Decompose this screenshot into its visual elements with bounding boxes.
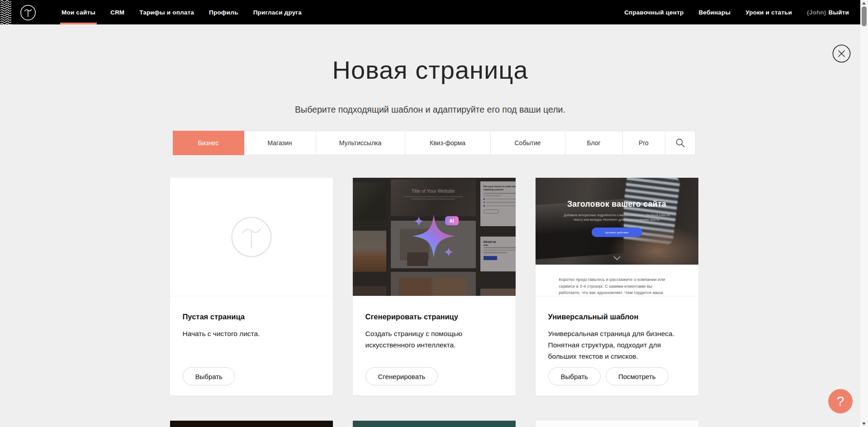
scrollbar-down-arrow-icon[interactable] (862, 422, 866, 425)
template-category-tabs: Бизнес Магазин Мультиссылка Квиз-форма С… (0, 131, 868, 155)
card-body: Пустая страница Начать с чистого листа. … (170, 296, 333, 395)
close-icon (832, 44, 851, 63)
tab-label: Квиз-форма (430, 139, 465, 147)
card-title: Пустая страница (183, 313, 320, 321)
navbar-main-menu: Мои сайты CRM Тарифы и оплата Профиль Пр… (62, 0, 302, 24)
template-cards-row-2 (170, 421, 698, 427)
nav-item-label: Профиль (209, 9, 238, 16)
page-title: Новая страница (0, 55, 860, 85)
template-card[interactable] (536, 421, 698, 427)
nav-item-webinars[interactable]: Вебинары (698, 0, 730, 24)
template-card-blank-page[interactable]: Пустая страница Начать с чистого листа. … (170, 178, 333, 395)
template-card-ai-generate[interactable]: Title of Your Website Get your house in … (353, 178, 516, 395)
ai-collage: Title of Your Website Get your house in … (353, 178, 516, 296)
template-hero-title: Заголовок вашего сайта (536, 199, 698, 209)
tab-label: Мультиссылка (339, 139, 382, 147)
tab-label: Событие (515, 139, 541, 147)
ai-collage-preview: Title of Your Website Get your house in … (353, 178, 516, 296)
search-icon (675, 138, 685, 148)
nav-item-label: CRM (110, 9, 124, 16)
ai-sparkle-icon (353, 178, 516, 296)
template-card[interactable] (353, 421, 516, 427)
tab-blog[interactable]: Блог (565, 131, 623, 155)
chevron-down-icon (613, 256, 621, 260)
card-description: Начать с чистого листа. (183, 328, 318, 339)
preview-button[interactable]: Посмотреть (606, 367, 669, 385)
tab-quiz-form[interactable]: Квиз-форма (405, 131, 491, 155)
nav-item-label: Справочный центр (624, 9, 683, 16)
nav-item-tariffs[interactable]: Тарифы и оплата (139, 0, 194, 24)
tab-label: Магазин (267, 139, 292, 147)
tab-label: Pro (639, 139, 649, 147)
template-cta-button: Целевое действие (592, 228, 642, 237)
nav-item-my-sites[interactable]: Мои сайты (62, 0, 95, 24)
tilda-watermark-icon (230, 216, 273, 258)
tab-business[interactable]: Бизнес (173, 131, 244, 155)
template-cards-row-1: Пустая страница Начать с чистого листа. … (170, 178, 698, 395)
nav-item-crm[interactable]: CRM (110, 0, 124, 24)
card-body: Универсальный шаблон Универсальная стран… (536, 296, 698, 395)
nav-item-label: Тарифы и оплата (139, 9, 194, 16)
template-card[interactable] (170, 421, 333, 427)
card-title: Сгенерировать страницу (365, 313, 503, 321)
tab-label: Блог (587, 139, 600, 147)
active-underline (60, 23, 97, 24)
template-hero: Заголовок вашего сайта Добавьте интересн… (536, 178, 698, 265)
scrollbar[interactable] (860, 0, 868, 427)
tab-search-button[interactable] (665, 131, 696, 155)
template-body-section: Коротко представьтесь и расскажите о ком… (536, 265, 698, 296)
nav-item-label: Пригласи друга (253, 9, 302, 16)
choose-button[interactable]: Выбрать (183, 367, 235, 385)
nav-item-label: Уроки и статьи (745, 9, 792, 16)
scrollbar-thumb[interactable] (862, 6, 867, 26)
nav-item-invite-friend[interactable]: Пригласи друга (253, 0, 302, 24)
tab-label: Бизнес (198, 139, 219, 147)
template-preview (536, 421, 698, 427)
nav-item-help-center[interactable]: Справочный центр (624, 0, 683, 24)
close-button[interactable] (832, 44, 851, 63)
nav-item-profile[interactable]: Профиль (209, 0, 238, 24)
template-hero-subtitle: Добавьте интересные подробности о вашей … (563, 213, 671, 222)
tab-event[interactable]: Событие (491, 131, 565, 155)
card-body: Сгенерировать страницу Создать страницу … (353, 296, 516, 395)
nav-item-label: Вебинары (698, 9, 730, 16)
nav-item-label: Мои сайты (62, 9, 95, 16)
user-name: (John) (807, 9, 826, 16)
tab-multilink[interactable]: Мультиссылка (316, 131, 405, 155)
scrollbar-up-arrow-icon[interactable] (862, 2, 866, 5)
top-navbar: Мои сайты CRM Тарифы и оплата Профиль Пр… (0, 0, 868, 24)
ai-badge: AI (445, 216, 459, 225)
generate-button[interactable]: Сгенерировать (365, 367, 438, 385)
template-preview (170, 421, 333, 427)
template-body-text: Коротко представьтесь и расскажите о ком… (559, 276, 675, 296)
help-button[interactable]: ? (828, 389, 853, 413)
template-preview (353, 421, 516, 427)
universal-template-preview: Заголовок вашего сайта Добавьте интересн… (536, 178, 698, 296)
tilda-logo-icon[interactable] (20, 5, 36, 21)
card-title: Универсальный шаблон (548, 313, 686, 321)
navbar-secondary-menu: Справочный центр Вебинары Уроки и статьи… (624, 0, 868, 24)
card-description: Создать страницу с помощью искусственног… (365, 328, 492, 351)
choose-button[interactable]: Выбрать (548, 367, 601, 385)
nav-item-lessons[interactable]: Уроки и статьи (745, 0, 792, 24)
template-card-universal[interactable]: Заголовок вашего сайта Добавьте интересн… (536, 178, 698, 395)
page-subtitle: Выберите подходящий шаблон и адаптируйте… (0, 104, 860, 115)
blank-page-preview (170, 178, 333, 296)
nav-item-logout[interactable]: (John) Выйти (807, 0, 849, 24)
card-description: Универсальная страница для бизнеса. Поня… (548, 328, 684, 362)
drag-texture-icon (0, 0, 12, 24)
tab-pro[interactable]: Pro (623, 131, 665, 155)
tab-shop[interactable]: Магазин (244, 131, 316, 155)
logout-label: Выйти (829, 9, 849, 16)
